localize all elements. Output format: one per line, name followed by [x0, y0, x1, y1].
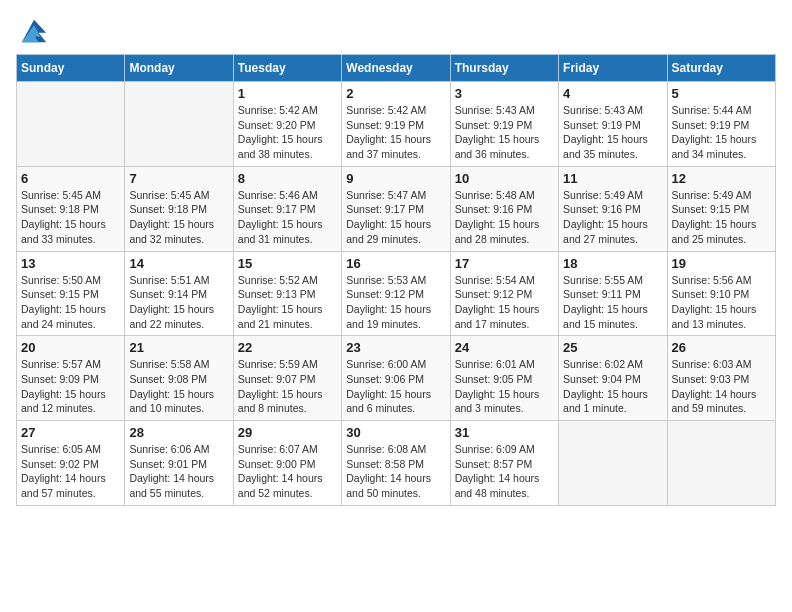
calendar-cell: 21Sunrise: 5:58 AM Sunset: 9:08 PM Dayli…	[125, 336, 233, 421]
day-number: 24	[455, 340, 554, 355]
calendar-cell: 8Sunrise: 5:46 AM Sunset: 9:17 PM Daylig…	[233, 166, 341, 251]
day-info: Sunrise: 5:45 AM Sunset: 9:18 PM Dayligh…	[21, 188, 120, 247]
day-number: 12	[672, 171, 771, 186]
day-info: Sunrise: 6:03 AM Sunset: 9:03 PM Dayligh…	[672, 357, 771, 416]
day-info: Sunrise: 5:47 AM Sunset: 9:17 PM Dayligh…	[346, 188, 445, 247]
day-number: 4	[563, 86, 662, 101]
calendar-cell: 31Sunrise: 6:09 AM Sunset: 8:57 PM Dayli…	[450, 421, 558, 506]
day-info: Sunrise: 5:51 AM Sunset: 9:14 PM Dayligh…	[129, 273, 228, 332]
column-header-wednesday: Wednesday	[342, 55, 450, 82]
day-number: 20	[21, 340, 120, 355]
calendar-cell: 5Sunrise: 5:44 AM Sunset: 9:19 PM Daylig…	[667, 82, 775, 167]
day-number: 21	[129, 340, 228, 355]
calendar-cell: 19Sunrise: 5:56 AM Sunset: 9:10 PM Dayli…	[667, 251, 775, 336]
column-header-saturday: Saturday	[667, 55, 775, 82]
day-number: 28	[129, 425, 228, 440]
day-number: 10	[455, 171, 554, 186]
calendar-table: SundayMondayTuesdayWednesdayThursdayFrid…	[16, 54, 776, 506]
calendar-cell	[667, 421, 775, 506]
day-info: Sunrise: 5:53 AM Sunset: 9:12 PM Dayligh…	[346, 273, 445, 332]
day-info: Sunrise: 5:44 AM Sunset: 9:19 PM Dayligh…	[672, 103, 771, 162]
day-number: 6	[21, 171, 120, 186]
day-number: 22	[238, 340, 337, 355]
day-number: 18	[563, 256, 662, 271]
day-number: 17	[455, 256, 554, 271]
calendar-cell: 30Sunrise: 6:08 AM Sunset: 8:58 PM Dayli…	[342, 421, 450, 506]
day-number: 25	[563, 340, 662, 355]
day-info: Sunrise: 5:45 AM Sunset: 9:18 PM Dayligh…	[129, 188, 228, 247]
calendar-cell: 10Sunrise: 5:48 AM Sunset: 9:16 PM Dayli…	[450, 166, 558, 251]
day-info: Sunrise: 5:43 AM Sunset: 9:19 PM Dayligh…	[455, 103, 554, 162]
calendar-week-row: 20Sunrise: 5:57 AM Sunset: 9:09 PM Dayli…	[17, 336, 776, 421]
day-info: Sunrise: 5:49 AM Sunset: 9:16 PM Dayligh…	[563, 188, 662, 247]
day-number: 1	[238, 86, 337, 101]
column-header-thursday: Thursday	[450, 55, 558, 82]
calendar-cell: 28Sunrise: 6:06 AM Sunset: 9:01 PM Dayli…	[125, 421, 233, 506]
day-info: Sunrise: 6:01 AM Sunset: 9:05 PM Dayligh…	[455, 357, 554, 416]
calendar-cell	[559, 421, 667, 506]
calendar-cell	[125, 82, 233, 167]
calendar-week-row: 1Sunrise: 5:42 AM Sunset: 9:20 PM Daylig…	[17, 82, 776, 167]
day-number: 7	[129, 171, 228, 186]
calendar-cell: 15Sunrise: 5:52 AM Sunset: 9:13 PM Dayli…	[233, 251, 341, 336]
calendar-cell: 20Sunrise: 5:57 AM Sunset: 9:09 PM Dayli…	[17, 336, 125, 421]
calendar-cell: 25Sunrise: 6:02 AM Sunset: 9:04 PM Dayli…	[559, 336, 667, 421]
page-header	[16, 16, 776, 44]
day-number: 31	[455, 425, 554, 440]
day-info: Sunrise: 6:07 AM Sunset: 9:00 PM Dayligh…	[238, 442, 337, 501]
day-info: Sunrise: 5:58 AM Sunset: 9:08 PM Dayligh…	[129, 357, 228, 416]
day-info: Sunrise: 5:49 AM Sunset: 9:15 PM Dayligh…	[672, 188, 771, 247]
day-number: 5	[672, 86, 771, 101]
calendar-cell: 29Sunrise: 6:07 AM Sunset: 9:00 PM Dayli…	[233, 421, 341, 506]
day-number: 26	[672, 340, 771, 355]
day-info: Sunrise: 5:59 AM Sunset: 9:07 PM Dayligh…	[238, 357, 337, 416]
calendar-cell: 18Sunrise: 5:55 AM Sunset: 9:11 PM Dayli…	[559, 251, 667, 336]
calendar-cell: 27Sunrise: 6:05 AM Sunset: 9:02 PM Dayli…	[17, 421, 125, 506]
day-info: Sunrise: 5:43 AM Sunset: 9:19 PM Dayligh…	[563, 103, 662, 162]
calendar-cell: 4Sunrise: 5:43 AM Sunset: 9:19 PM Daylig…	[559, 82, 667, 167]
day-info: Sunrise: 5:50 AM Sunset: 9:15 PM Dayligh…	[21, 273, 120, 332]
calendar-header-row: SundayMondayTuesdayWednesdayThursdayFrid…	[17, 55, 776, 82]
column-header-tuesday: Tuesday	[233, 55, 341, 82]
column-header-monday: Monday	[125, 55, 233, 82]
calendar-cell: 11Sunrise: 5:49 AM Sunset: 9:16 PM Dayli…	[559, 166, 667, 251]
calendar-cell: 23Sunrise: 6:00 AM Sunset: 9:06 PM Dayli…	[342, 336, 450, 421]
day-number: 11	[563, 171, 662, 186]
day-info: Sunrise: 5:57 AM Sunset: 9:09 PM Dayligh…	[21, 357, 120, 416]
calendar-cell: 14Sunrise: 5:51 AM Sunset: 9:14 PM Dayli…	[125, 251, 233, 336]
calendar-week-row: 27Sunrise: 6:05 AM Sunset: 9:02 PM Dayli…	[17, 421, 776, 506]
calendar-cell: 22Sunrise: 5:59 AM Sunset: 9:07 PM Dayli…	[233, 336, 341, 421]
day-info: Sunrise: 5:54 AM Sunset: 9:12 PM Dayligh…	[455, 273, 554, 332]
day-info: Sunrise: 6:09 AM Sunset: 8:57 PM Dayligh…	[455, 442, 554, 501]
calendar-cell: 1Sunrise: 5:42 AM Sunset: 9:20 PM Daylig…	[233, 82, 341, 167]
day-info: Sunrise: 6:08 AM Sunset: 8:58 PM Dayligh…	[346, 442, 445, 501]
day-info: Sunrise: 6:06 AM Sunset: 9:01 PM Dayligh…	[129, 442, 228, 501]
day-number: 15	[238, 256, 337, 271]
day-number: 19	[672, 256, 771, 271]
calendar-cell: 6Sunrise: 5:45 AM Sunset: 9:18 PM Daylig…	[17, 166, 125, 251]
day-info: Sunrise: 5:55 AM Sunset: 9:11 PM Dayligh…	[563, 273, 662, 332]
column-header-sunday: Sunday	[17, 55, 125, 82]
day-info: Sunrise: 6:02 AM Sunset: 9:04 PM Dayligh…	[563, 357, 662, 416]
day-number: 29	[238, 425, 337, 440]
calendar-cell: 12Sunrise: 5:49 AM Sunset: 9:15 PM Dayli…	[667, 166, 775, 251]
calendar-cell: 9Sunrise: 5:47 AM Sunset: 9:17 PM Daylig…	[342, 166, 450, 251]
logo	[16, 16, 48, 44]
column-header-friday: Friday	[559, 55, 667, 82]
calendar-cell	[17, 82, 125, 167]
day-number: 16	[346, 256, 445, 271]
day-number: 3	[455, 86, 554, 101]
day-number: 8	[238, 171, 337, 186]
logo-icon	[20, 16, 48, 44]
day-number: 9	[346, 171, 445, 186]
calendar-cell: 26Sunrise: 6:03 AM Sunset: 9:03 PM Dayli…	[667, 336, 775, 421]
calendar-week-row: 13Sunrise: 5:50 AM Sunset: 9:15 PM Dayli…	[17, 251, 776, 336]
day-number: 27	[21, 425, 120, 440]
calendar-cell: 7Sunrise: 5:45 AM Sunset: 9:18 PM Daylig…	[125, 166, 233, 251]
day-info: Sunrise: 6:05 AM Sunset: 9:02 PM Dayligh…	[21, 442, 120, 501]
day-number: 13	[21, 256, 120, 271]
day-info: Sunrise: 5:42 AM Sunset: 9:19 PM Dayligh…	[346, 103, 445, 162]
calendar-cell: 13Sunrise: 5:50 AM Sunset: 9:15 PM Dayli…	[17, 251, 125, 336]
day-number: 14	[129, 256, 228, 271]
calendar-cell: 17Sunrise: 5:54 AM Sunset: 9:12 PM Dayli…	[450, 251, 558, 336]
